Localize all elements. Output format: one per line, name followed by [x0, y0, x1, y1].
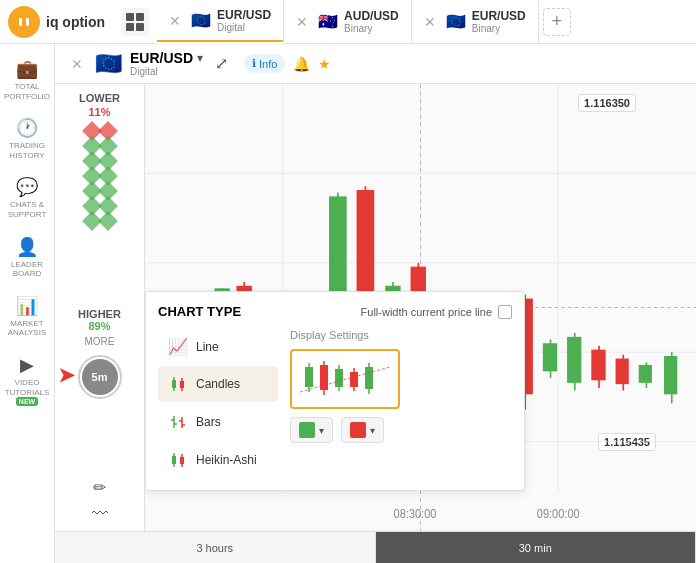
color-up-selector[interactable]: ▾: [290, 417, 333, 443]
sidebar-item-history[interactable]: 🕐 TRADINGHISTORY: [2, 111, 52, 166]
sidebar-item-chats[interactable]: 💬 CHATS &SUPPORT: [2, 170, 52, 225]
asset-type-label: Digital: [130, 66, 203, 77]
tab-audusd-binary[interactable]: ✕ 🇦🇺 AUD/USD Binary: [284, 0, 412, 44]
tab-close-icon[interactable]: ✕: [169, 13, 181, 29]
grid-menu-button[interactable]: [121, 8, 149, 36]
chart-type-candles-label: Candles: [196, 377, 240, 391]
sidebar-item-portfolio[interactable]: 💼 TOTALPORTFOLIO: [2, 52, 52, 107]
chart-type-heikin[interactable]: Heikin-Ashi: [158, 442, 278, 478]
time-option-30m[interactable]: 30 min: [376, 532, 697, 563]
svg-rect-42: [639, 365, 652, 383]
tab-type-label: Binary: [472, 23, 526, 34]
tab-eurusd-digital[interactable]: ✕ 🇪🇺 EUR/USD Digital: [157, 0, 284, 44]
sidebar-label-leaderboard: LEADERBOARD: [11, 260, 43, 279]
tab-eurusd-binary[interactable]: ✕ 🇪🇺 EUR/USD Binary: [412, 0, 539, 44]
candle-preview: [290, 349, 400, 409]
portfolio-icon: 💼: [16, 58, 38, 80]
market-icon: 📊: [16, 295, 38, 317]
color-down-dropdown-icon: ▾: [370, 425, 375, 436]
sub-header: ✕ 🇪🇺 EUR/USD ▾ Digital ⤢ ℹ Info 🔔 ★: [55, 44, 696, 84]
line-chart-icon: 📈: [168, 337, 188, 356]
svg-rect-40: [616, 359, 629, 385]
svg-point-0: [13, 11, 35, 33]
red-arrow-icon: ➤: [58, 363, 75, 387]
resize-icon[interactable]: ⤢: [215, 54, 228, 73]
full-width-label: Full-width current price line: [361, 306, 492, 318]
tab-flag: 🇪🇺: [191, 11, 211, 30]
chart-type-line[interactable]: 📈 Line: [158, 329, 278, 364]
candle-preview-svg: [300, 357, 390, 402]
color-selectors: ▾ ▾: [290, 417, 512, 443]
svg-text:08:30:00: 08:30:00: [394, 506, 437, 521]
logo: iq option: [8, 6, 105, 38]
time-3h-label: 3 hours: [196, 542, 233, 554]
time-selector[interactable]: 5m ➤: [78, 351, 122, 399]
svg-rect-34: [543, 343, 557, 371]
diamond-indicator: [98, 211, 118, 231]
tab-flag: 🇦🇺: [318, 12, 338, 31]
main-area: 💼 TOTALPORTFOLIO 🕐 TRADINGHISTORY 💬 CHAT…: [0, 44, 696, 563]
wave-icon[interactable]: 〰: [92, 505, 108, 523]
tab-flag: 🇪🇺: [446, 12, 466, 31]
progress-indicators: [85, 124, 115, 228]
candles-chart-icon: [168, 374, 188, 394]
time-option-3h[interactable]: 3 hours: [55, 532, 376, 563]
bell-icon[interactable]: 🔔: [293, 56, 310, 72]
leaderboard-icon: 👤: [16, 236, 38, 258]
chart-type-candles[interactable]: Candles: [158, 366, 278, 402]
sidebar-item-leaderboard[interactable]: 👤 LEADERBOARD: [2, 230, 52, 285]
svg-rect-36: [567, 337, 581, 383]
asset-flag-icon: 🇪🇺: [95, 51, 122, 77]
svg-text:09:00:00: 09:00:00: [537, 506, 580, 521]
higher-label: HIGHER: [78, 308, 121, 320]
add-tab-button[interactable]: +: [543, 8, 571, 36]
panel-close-button[interactable]: ✕: [67, 54, 87, 74]
time-value: 5m: [82, 359, 118, 395]
sidebar-item-market[interactable]: 📊 MARKETANALYSIS: [2, 289, 52, 344]
chart-type-line-label: Line: [196, 340, 219, 354]
higher-percentage: 89%: [88, 320, 110, 332]
dropdown-arrow-icon[interactable]: ▾: [197, 51, 203, 65]
trade-sidebar: LOWER 11%: [55, 84, 145, 531]
sidebar-label-chats: CHATS &SUPPORT: [8, 200, 47, 219]
left-sidebar: 💼 TOTALPORTFOLIO 🕐 TRADINGHISTORY 💬 CHAT…: [0, 44, 55, 563]
sidebar-label-tutorials: VIDEOTUTORIALS: [5, 378, 50, 397]
logo-icon: [8, 6, 40, 38]
chart-type-bars[interactable]: Bars: [158, 404, 278, 440]
info-icon: ℹ: [252, 57, 256, 70]
bars-chart-icon: [168, 412, 188, 432]
time-button[interactable]: 5m: [78, 355, 122, 399]
display-settings: Display Settings: [278, 329, 512, 478]
chart-type-heikin-label: Heikin-Ashi: [196, 453, 257, 467]
color-up-dot: [299, 422, 315, 438]
chart-type-bars-label: Bars: [196, 415, 221, 429]
chart-canvas[interactable]: 1.116350 1.115435: [145, 84, 696, 531]
lower-percentage: 11%: [88, 106, 110, 118]
chart-types-row: 📈 Line: [158, 329, 512, 478]
heikin-chart-icon: [168, 450, 188, 470]
svg-rect-65: [305, 367, 313, 387]
tutorials-icon: ▶: [20, 354, 34, 376]
display-settings-title: Display Settings: [290, 329, 512, 341]
tab-close-icon[interactable]: ✕: [424, 14, 436, 30]
color-down-dot: [350, 422, 366, 438]
star-icon[interactable]: ★: [318, 56, 331, 72]
bottom-time-controls: 3 hours 30 min: [55, 531, 696, 563]
chart-type-header: CHART TYPE Full-width current price line: [158, 304, 512, 319]
tab-type-label: Digital: [217, 22, 271, 33]
color-down-selector[interactable]: ▾: [341, 417, 384, 443]
info-button[interactable]: ℹ Info: [244, 54, 285, 73]
svg-rect-71: [335, 369, 343, 387]
pencil-icon[interactable]: ✏: [93, 478, 106, 497]
history-icon: 🕐: [16, 117, 38, 139]
full-width-checkbox[interactable]: [498, 305, 512, 319]
svg-rect-59: [172, 456, 176, 464]
full-width-option[interactable]: Full-width current price line: [361, 305, 512, 319]
sidebar-item-tutorials[interactable]: ▶ VIDEOTUTORIALS NEW: [2, 348, 52, 412]
higher-section: HIGHER 89% MORE 5m ➤: [78, 308, 122, 399]
tab-pair-label: EUR/USD: [217, 8, 271, 22]
svg-line-80: [300, 367, 390, 392]
chart-type-panel: CHART TYPE Full-width current price line…: [145, 291, 525, 491]
sidebar-label-history: TRADINGHISTORY: [9, 141, 45, 160]
tab-close-icon[interactable]: ✕: [296, 14, 308, 30]
